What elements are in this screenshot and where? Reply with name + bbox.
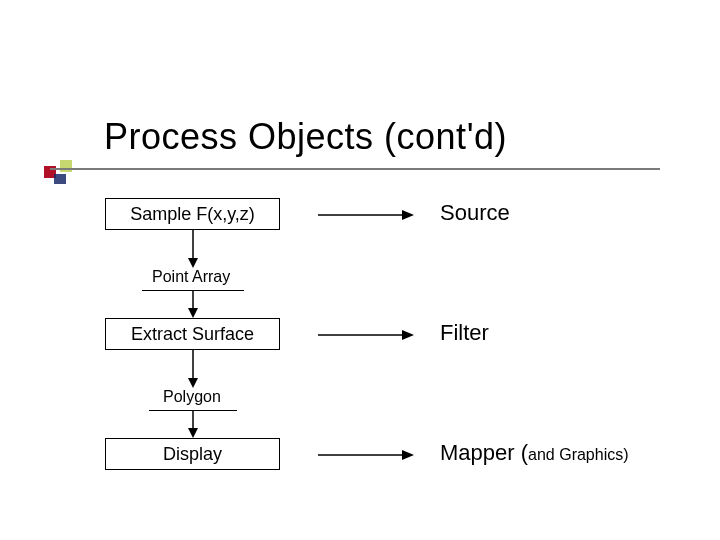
label-polygon: Polygon bbox=[163, 388, 221, 406]
arrow-pointarray-to-extract bbox=[190, 290, 200, 318]
label-source: Source bbox=[440, 200, 510, 226]
label-mapper-paren: and Graphics) bbox=[528, 446, 629, 463]
arrow-polygon-to-display bbox=[190, 410, 200, 438]
svg-rect-1 bbox=[60, 160, 72, 172]
label-mapper-main: Mapper ( bbox=[440, 440, 528, 465]
arrow-extract-to-polygon bbox=[190, 350, 200, 388]
arrow-to-source bbox=[318, 212, 414, 222]
arrow-to-mapper bbox=[318, 452, 414, 462]
label-point-array: Point Array bbox=[152, 268, 230, 286]
svg-marker-4 bbox=[188, 258, 198, 268]
title-underline bbox=[50, 168, 660, 170]
diagram-stage: Sample F(x,y,z) Point Array Extract Surf… bbox=[0, 180, 720, 540]
label-mapper: Mapper (and Graphics) bbox=[440, 440, 629, 466]
arrow-sample-to-pointarray bbox=[190, 230, 200, 268]
box-extract-surface: Extract Surface bbox=[105, 318, 280, 350]
page-title: Process Objects (cont'd) bbox=[104, 116, 507, 158]
arrow-to-filter bbox=[318, 332, 414, 342]
svg-marker-16 bbox=[402, 450, 414, 460]
box-sample: Sample F(x,y,z) bbox=[105, 198, 280, 230]
svg-marker-8 bbox=[188, 378, 198, 388]
label-filter: Filter bbox=[440, 320, 489, 346]
box-display: Display bbox=[105, 438, 280, 470]
svg-marker-6 bbox=[188, 308, 198, 318]
svg-marker-12 bbox=[402, 210, 414, 220]
svg-marker-10 bbox=[188, 428, 198, 438]
svg-marker-14 bbox=[402, 330, 414, 340]
